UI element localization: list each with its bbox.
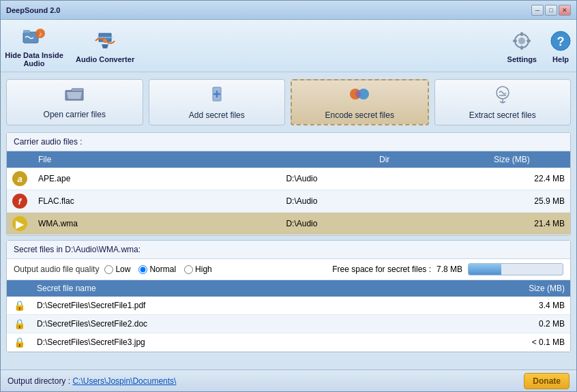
open-carrier-label: Open carrier files: [44, 110, 106, 119]
settings-icon: [509, 28, 535, 54]
quality-normal-label: Normal: [149, 265, 176, 274]
flac-icon: f: [12, 194, 27, 209]
free-space-value: 7.8 MB: [437, 265, 462, 274]
close-button[interactable]: ✕: [559, 5, 571, 16]
help-icon: ?: [548, 28, 574, 54]
carrier-col-dir: Dir: [280, 151, 488, 168]
wma-icon: ▶: [12, 216, 27, 231]
secret-icon-cell: 🔒: [7, 315, 31, 333]
action-buttons-row: Open carrier files Add secret files: [6, 76, 571, 128]
extract-secret-label: Extract secret files: [469, 110, 536, 120]
quality-label: Output audio file quality: [14, 265, 99, 274]
audio-converter-icon: [92, 28, 118, 54]
settings-label: Settings: [507, 55, 537, 63]
output-dir-path[interactable]: C:\Users\Jospin\Documents\: [72, 376, 176, 386]
window-title: DeepSound 2.0: [6, 6, 531, 14]
open-carrier-icon: [64, 85, 85, 107]
donate-button[interactable]: Donate: [524, 373, 569, 389]
quality-high-label: High: [195, 265, 212, 274]
quality-high-option[interactable]: High: [184, 265, 212, 274]
table-row[interactable]: a APE.ape D:\Audio 22.4 MB: [7, 168, 570, 190]
file-dir-cell: D:\Audio: [280, 168, 488, 190]
file-dir-cell: D:\Audio: [280, 213, 488, 235]
secret-files-table: Secret file name Size (MB) 🔒 D:\SecretFi…: [7, 280, 570, 352]
quality-normal-option[interactable]: Normal: [138, 265, 176, 274]
svg-rect-8: [520, 46, 523, 50]
carrier-files-table: File Dir Size (MB) a APE.ape D:\Audio 22…: [7, 151, 570, 235]
svg-rect-7: [520, 32, 523, 36]
encode-secret-button[interactable]: Encode secret files: [291, 79, 429, 125]
secret-icon-cell: 🔒: [7, 333, 31, 352]
secret-col-size: Size (MB): [488, 280, 570, 297]
minimize-button[interactable]: ─: [531, 5, 544, 16]
maximize-button[interactable]: □: [545, 5, 557, 16]
svg-rect-10: [527, 40, 531, 42]
add-secret-button[interactable]: Add secret files: [149, 79, 286, 125]
help-toolbar-item[interactable]: ? Help: [548, 28, 574, 63]
extract-secret-button[interactable]: Extract secret files: [434, 79, 572, 125]
open-carrier-button[interactable]: Open carrier files: [6, 79, 143, 125]
quality-radio-group: Low Normal High: [104, 265, 211, 274]
secret-panel-header: Secret files in D:\Audio\WMA.wma:: [7, 241, 570, 259]
application-window: DeepSound 2.0 ─ □ ✕ ♪: [0, 0, 577, 392]
carrier-col-icon: [7, 151, 33, 168]
table-row[interactable]: f FLAC.flac D:\Audio 25.9 MB: [7, 190, 570, 213]
file-size-cell: 22.4 MB: [488, 168, 570, 190]
secret-files-panel: Secret files in D:\Audio\WMA.wma: Output…: [6, 240, 571, 352]
secret-name-cell: D:\SecretFiles\SecretFile2.doc: [31, 315, 488, 333]
settings-svg-icon: [509, 28, 535, 54]
hide-data-icon: ♪: [21, 24, 47, 50]
svg-text:?: ?: [557, 35, 565, 48]
hide-data-toolbar-item[interactable]: ♪ Hide Data Inside Audio: [3, 24, 65, 67]
encode-secret-icon: [349, 85, 370, 108]
main-content-area: Open carrier files Add secret files: [1, 72, 576, 391]
quality-row: Output audio file quality Low Normal Hig…: [7, 259, 570, 280]
secret-size-cell: 3.4 MB: [488, 297, 570, 315]
add-secret-label: Add secret files: [189, 110, 245, 120]
audio-converter-toolbar-item[interactable]: Audio Converter: [76, 28, 134, 63]
carrier-panel-header: Carrier audio files :: [7, 133, 570, 151]
toolbar-right: Settings ? Help: [507, 28, 574, 63]
add-secret-icon: [207, 85, 226, 108]
secret-col-name: Secret file name: [31, 280, 488, 297]
secret-name-cell: D:\SecretFiles\SecretFile3.jpg: [31, 333, 488, 352]
carrier-col-size: Size (MB): [488, 151, 570, 168]
ape-icon: a: [12, 171, 27, 186]
svg-rect-1: [23, 30, 30, 33]
free-space-label: Free space for secret files :: [332, 265, 431, 274]
quality-low-radio[interactable]: [104, 265, 113, 274]
svg-text:♪: ♪: [39, 31, 42, 37]
encode-secret-label: Encode secret files: [325, 110, 394, 120]
lock-icon: 🔒: [14, 337, 25, 348]
file-icon-cell: ▶: [7, 213, 33, 235]
svg-point-6: [518, 37, 525, 44]
table-row[interactable]: 🔒 D:\SecretFiles\SecretFile3.jpg < 0.1 M…: [7, 333, 570, 352]
secret-col-icon: [7, 280, 31, 297]
table-row[interactable]: 🔒 D:\SecretFiles\SecretFile1.pdf 3.4 MB: [7, 297, 570, 315]
hide-data-svg-icon: ♪: [21, 24, 47, 50]
file-dir-cell: D:\Audio: [280, 190, 488, 213]
quality-normal-radio[interactable]: [138, 265, 147, 274]
file-name-cell: FLAC.flac: [33, 190, 280, 213]
free-space-progress-bar: [468, 263, 563, 275]
free-space-display: Free space for secret files : 7.8 MB: [332, 263, 563, 275]
quality-high-radio[interactable]: [184, 265, 193, 274]
secret-name-cell: D:\SecretFiles\SecretFile1.pdf: [31, 297, 488, 315]
free-space-progress-fill: [469, 264, 501, 275]
output-dir-label: Output directory :: [8, 376, 70, 386]
secret-size-cell: 0.2 MB: [488, 315, 570, 333]
secret-size-cell: < 0.1 MB: [488, 333, 570, 352]
quality-low-option[interactable]: Low: [104, 265, 130, 274]
table-row[interactable]: 🔒 D:\SecretFiles\SecretFile2.doc 0.2 MB: [7, 315, 570, 333]
main-toolbar: ♪ Hide Data Inside Audio: [1, 20, 576, 72]
hide-data-label: Hide Data Inside Audio: [3, 51, 65, 67]
file-size-cell: 21.4 MB: [488, 213, 570, 235]
table-row[interactable]: ▶ WMA.wma D:\Audio 21.4 MB: [7, 213, 570, 235]
window-controls: ─ □ ✕: [531, 5, 571, 16]
quality-low-label: Low: [115, 265, 130, 274]
lock-icon: 🔒: [14, 318, 25, 329]
settings-toolbar-item[interactable]: Settings: [507, 28, 537, 63]
help-svg-icon: ?: [548, 28, 574, 54]
svg-rect-9: [513, 40, 517, 42]
file-name-cell: APE.ape: [33, 168, 280, 190]
